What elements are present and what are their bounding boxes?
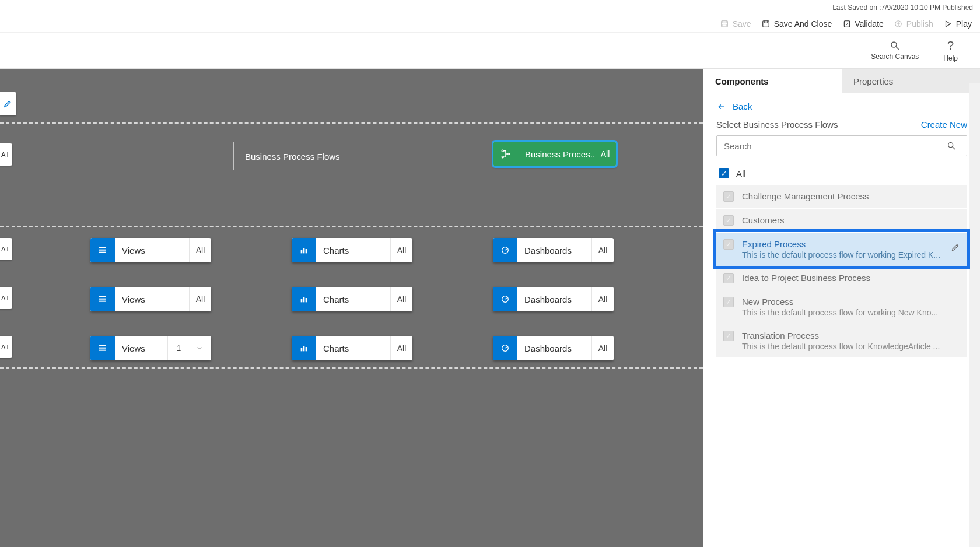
bpf-section-label: Business Process Flows [245,152,340,162]
help-button[interactable]: ? Help [943,39,958,62]
tile-label: Views [115,287,189,311]
svg-line-34 [953,147,955,149]
lane-chip-label: All [1,246,8,253]
search-icon [947,141,967,150]
svg-marker-5 [946,21,951,26]
panel-title: Select Business Process Flows [716,120,838,129]
bpf-item[interactable]: ✓ Customers [716,208,967,232]
search-input[interactable] [717,141,947,151]
lane-chip[interactable]: All [0,336,12,358]
svg-rect-27 [99,350,106,351]
tile-badge: 1 [167,336,190,360]
checkbox-checked-icon[interactable]: ✓ [719,168,729,178]
divider [0,367,703,369]
svg-point-10 [508,153,510,155]
bpf-name: Challenge Management Process [742,191,960,201]
lane-chip[interactable]: All [0,238,12,260]
last-saved-text: Last Saved on :7/9/2020 10:10 PM Publish… [832,3,973,12]
svg-rect-2 [763,20,769,27]
divider [0,122,703,124]
lane-chip[interactable]: All [0,287,12,309]
edit-chip[interactable] [0,92,16,115]
bpf-desc: This is the default process flow for wor… [742,250,943,260]
dashboards-tile[interactable]: Dashboards All [493,238,614,262]
charts-tile[interactable]: Charts All [292,238,412,262]
bar-chart-icon [292,238,316,262]
search-canvas-button[interactable]: Search Canvas [871,40,919,61]
grid-icon [90,238,115,262]
checkbox-icon[interactable]: ✓ [723,273,734,283]
views-tile[interactable]: Views All [90,287,211,311]
tile-badge: All [592,336,614,360]
bar-chart-icon [292,336,316,360]
scrollbar[interactable] [970,83,980,547]
designer-canvas[interactable]: Business Process Flows Business Proces..… [0,69,703,547]
views-tile[interactable]: Views All [90,238,211,262]
bpf-tile-selected[interactable]: Business Proces... All [494,142,616,166]
publish-label: Publish [907,19,933,29]
search-icon [890,40,900,51]
divider [0,226,703,227]
panel-tabs: Components Properties [704,69,980,93]
svg-rect-19 [99,299,106,300]
tile-label: Dashboards [517,238,592,262]
save-close-icon [762,19,771,28]
divider [233,142,234,170]
tile-label: Views [115,336,167,360]
chevron-down-icon[interactable] [190,336,208,360]
svg-rect-23 [306,298,307,302]
svg-rect-28 [301,348,303,351]
bpf-item[interactable]: ✓ New Process This is the default proces… [716,290,967,324]
play-icon [944,19,953,28]
svg-rect-18 [99,296,106,297]
bpf-item[interactable]: ✓ Challenge Management Process [716,184,967,208]
svg-rect-30 [306,347,307,351]
bpf-item[interactable]: ✓ Translation Process This is the defaul… [716,324,967,357]
dashboards-tile[interactable]: Dashboards All [493,336,614,360]
help-label: Help [943,54,958,62]
select-all-row[interactable]: ✓ All [716,164,967,184]
gauge-icon [493,238,517,262]
lane-chip[interactable]: All [0,143,12,166]
checkbox-icon[interactable]: ✓ [723,331,734,341]
validate-label: Validate [855,19,884,29]
dashboards-tile[interactable]: Dashboards All [493,287,614,311]
save-and-close-button[interactable]: Save And Close [762,19,832,29]
checkbox-icon[interactable]: ✓ [723,239,734,250]
svg-point-9 [502,156,503,158]
publish-icon [894,19,903,28]
checkbox-icon[interactable]: ✓ [723,215,734,226]
charts-tile[interactable]: Charts All [292,287,412,311]
tile-badge: All [592,238,614,262]
create-new-link[interactable]: Create New [921,120,967,129]
svg-rect-12 [99,250,106,251]
svg-rect-13 [99,252,106,253]
checkbox-icon[interactable]: ✓ [723,297,734,307]
svg-rect-20 [99,301,106,302]
tile-badge: All [390,287,412,311]
bpf-item[interactable]: ✓ Idea to Project Business Process [716,266,967,290]
validate-button[interactable]: Validate [842,19,884,29]
publish-button: Publish [894,19,933,29]
back-button[interactable]: Back [716,97,752,120]
save-button: Save [720,19,751,29]
tile-label: Business Proces... [518,142,594,166]
help-icon: ? [947,39,954,52]
edit-icon[interactable] [951,239,960,252]
tile-label: Views [115,238,189,262]
play-button[interactable]: Play [944,19,972,29]
checkbox-icon[interactable]: ✓ [723,191,734,202]
search-box[interactable] [716,135,967,156]
views-tile[interactable]: Views 1 [90,336,211,360]
tile-label: Charts [316,336,390,360]
tab-components[interactable]: Components [704,69,842,93]
svg-point-6 [891,42,897,47]
bpf-item-selected[interactable]: ✓ Expired Process This is the default pr… [716,232,967,266]
bpf-name: New Process [742,297,960,307]
charts-tile[interactable]: Charts All [292,336,412,360]
bpf-name: Translation Process [742,331,960,341]
tile-label: Charts [316,238,390,262]
secondary-bar: Search Canvas ? Help [0,33,980,69]
tile-badge: All [592,287,614,311]
tab-properties[interactable]: Properties [842,69,980,93]
